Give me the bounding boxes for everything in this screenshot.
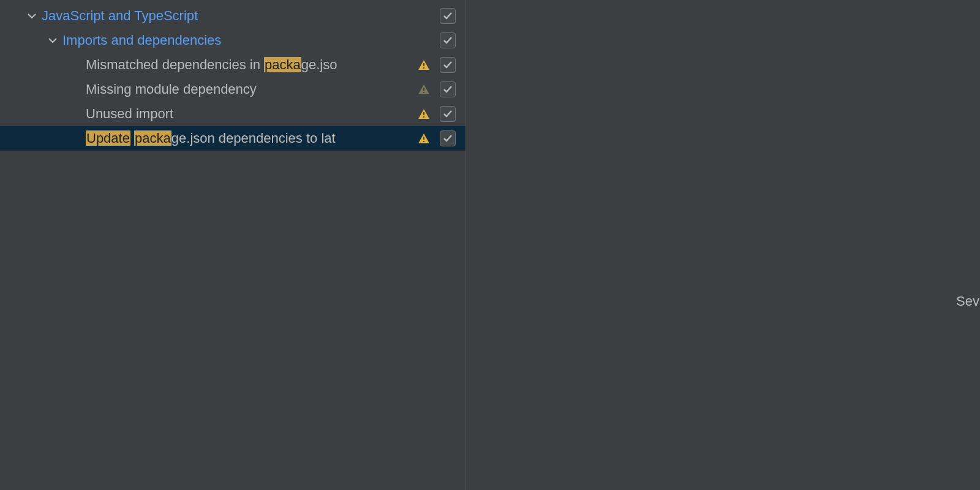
inspection-item[interactable]: Update package.json dependencies to lat xyxy=(0,126,466,151)
inspection-label: Unused import xyxy=(86,106,173,122)
checkbox[interactable] xyxy=(440,130,456,146)
inspection-item[interactable]: Mismatched dependencies in package.jso xyxy=(0,53,466,77)
checkbox[interactable] xyxy=(440,106,456,122)
svg-rect-0 xyxy=(423,63,424,66)
inspection-label: Missing module dependency xyxy=(86,81,257,97)
checkbox[interactable] xyxy=(440,8,456,24)
warning-triangle-icon xyxy=(418,108,430,120)
svg-rect-5 xyxy=(423,116,424,118)
warning-triangle-icon xyxy=(418,59,430,71)
svg-rect-6 xyxy=(423,137,424,140)
category-js-ts[interactable]: JavaScript and TypeScript xyxy=(0,4,466,28)
category-label: JavaScript and TypeScript xyxy=(42,8,198,24)
checkbox[interactable] xyxy=(440,57,456,73)
inspection-label: Update package.json dependencies to lat xyxy=(86,130,336,146)
svg-rect-3 xyxy=(423,92,424,93)
chevron-down-icon xyxy=(48,36,58,45)
weak-warning-icon xyxy=(418,83,430,96)
category-label: Imports and dependencies xyxy=(62,32,221,48)
category-imports[interactable]: Imports and dependencies xyxy=(0,28,466,53)
inspection-item[interactable]: Missing module dependency xyxy=(0,77,466,102)
severity-label: Severity: xyxy=(956,293,980,309)
details-panel: Severity: Warning In All Scopes ErrorWar… xyxy=(466,0,980,490)
svg-rect-7 xyxy=(423,141,424,142)
checkbox[interactable] xyxy=(440,32,456,48)
warning-triangle-icon xyxy=(418,132,430,145)
inspection-item[interactable]: Unused import xyxy=(0,102,466,126)
inspection-tree: JavaScript and TypeScript Imports and de… xyxy=(0,0,466,490)
chevron-down-icon xyxy=(27,11,37,21)
svg-rect-2 xyxy=(423,88,424,91)
svg-rect-1 xyxy=(423,67,424,69)
svg-rect-4 xyxy=(423,112,424,115)
checkbox[interactable] xyxy=(440,81,456,97)
inspection-label: Mismatched dependencies in package.jso xyxy=(86,57,337,73)
